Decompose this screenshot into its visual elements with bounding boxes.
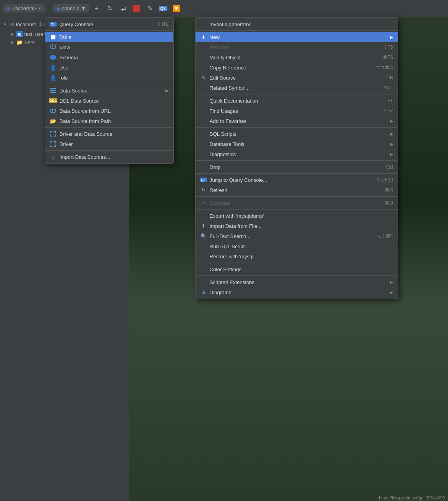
sql-scripts-icon (200, 131, 206, 137)
menu-item-driver[interactable]: Driver (45, 139, 173, 149)
export-icon (200, 213, 206, 219)
jump-icon: QL (200, 177, 206, 183)
query-console-shortcut: ⇧⌘L (149, 21, 169, 27)
export-mysqldump-label: Export with 'mysqldump' (210, 213, 264, 219)
diagrams-icon: ⊞ (200, 289, 206, 295)
menu-item-compare[interactable]: ⇄ Compare ⌘D (196, 198, 398, 208)
modify-label: Modify Object... (210, 55, 245, 60)
menu-item-run-sql[interactable]: Run SQL Script... (196, 241, 398, 251)
menu-item-ddl-data-source[interactable]: DDL DDL Data Source (45, 96, 173, 106)
menu-item-view[interactable]: View (45, 42, 173, 52)
menu-item-import-data-sources[interactable]: ↙ Import Data Sources... (45, 152, 173, 162)
menu-item-diagnostics[interactable]: Diagnostics ▶ (196, 149, 398, 159)
menu-item-color-settings[interactable]: Color Settings... (196, 264, 398, 274)
search-icon: 🔍 (200, 233, 206, 239)
menu-item-table[interactable]: Table (45, 32, 173, 42)
menu-item-driver-and-data-source[interactable]: Driver and Data Source (45, 129, 173, 139)
menu-item-rename[interactable]: Rename... ⇧F6 (196, 42, 398, 52)
new-icon: ＋ (200, 34, 206, 40)
menu-item-diagrams[interactable]: ⊞ Diagrams ▶ (196, 287, 398, 297)
stop-icon (133, 5, 140, 12)
menu-item-mybatis[interactable]: mybatis-generator (196, 19, 398, 29)
menu-item-new[interactable]: ＋ New ▶ (196, 32, 398, 42)
right-divider-6 (196, 196, 398, 197)
ql-button[interactable]: QL (158, 3, 169, 14)
filter-button[interactable]: 🔽 (171, 3, 182, 14)
console-chevron: ▼ (81, 5, 86, 11)
menu-item-add-favorites[interactable]: Add to Favorites ▶ (196, 116, 398, 126)
menu-item-query-console[interactable]: QL Query Console ⇧⌘L (45, 19, 173, 29)
menu-item-database-tools[interactable]: Database Tools ▶ (196, 139, 398, 149)
related-symbol-label: Related Symbol... (210, 85, 250, 91)
test-user-label: test_user (24, 31, 45, 37)
menu-item-edit-source[interactable]: ✎ Edit Source ⌘B (196, 73, 398, 83)
toolbar: 🗄 <schema> ▼ ▣ console ▼ ＋ ↻ ⇄ ✎ QL 🔽 (0, 0, 448, 17)
sql-scripts-arrow: ▶ (390, 131, 393, 137)
menu-item-drop[interactable]: Drop ⌫ (196, 162, 398, 172)
refresh-icon: ↻ (200, 187, 206, 193)
rename-label: Rename... (210, 44, 233, 50)
find-usages-shortcut: ⌥F7 (374, 108, 393, 114)
refresh-button[interactable]: ↻ (105, 3, 116, 14)
menu-item-modify[interactable]: Modify Object... ⌘F6 (196, 52, 398, 62)
ql-menu-icon: QL (50, 21, 56, 27)
menu-item-jump-query[interactable]: QL Jump to Query Console... ⇧⌘F10 (196, 175, 398, 185)
menu-item-schema[interactable]: Schema (45, 52, 173, 62)
menu-item-restore-mysql[interactable]: Restore with 'mysql' (196, 251, 398, 261)
right-divider-5 (196, 173, 398, 174)
diagnostics-arrow: ▶ (390, 152, 393, 157)
menu-item-data-source[interactable]: Data Source ▶ (45, 85, 173, 96)
right-divider-9 (196, 275, 398, 276)
schema-selector[interactable]: 🗄 <schema> ▼ (3, 4, 45, 12)
add-button[interactable]: ＋ (91, 3, 102, 14)
menu-item-quick-doc[interactable]: Quick Documentation F1 (196, 96, 398, 106)
menu-item-import-file[interactable]: ⬆ Import Data from File... (196, 221, 398, 231)
schema-icon (50, 54, 56, 60)
ddl-data-source-label: DDL Data Source (59, 98, 99, 104)
menu-item-copy-ref[interactable]: Copy Reference ⌥⇧⌘C (196, 62, 398, 73)
menu-item-data-source-url[interactable]: Data Source from URL (45, 106, 173, 116)
menu-item-sql-scripts[interactable]: SQL Scripts ▶ (196, 129, 398, 139)
color-settings-label: Color Settings... (210, 266, 246, 272)
ql-icon: QL (159, 6, 167, 11)
schema-label: <schema> (12, 5, 36, 11)
import-file-icon: ⬆ (200, 223, 206, 229)
menu-item-export-mysqldump[interactable]: Export with 'mysqldump' (196, 211, 398, 221)
sync-button[interactable]: ⇄ (118, 3, 129, 14)
role-icon: 👤 (50, 75, 56, 81)
scripted-extensions-icon (200, 279, 206, 285)
context-menu-left: QL Query Console ⇧⌘L Table View (45, 17, 174, 164)
driver-and-ds-icon (50, 131, 56, 137)
menu-item-scripted-extensions[interactable]: Scripted Extensions ▶ (196, 277, 398, 287)
menu-item-related-symbol[interactable]: Related Symbol... ^⌘↑ (196, 83, 398, 93)
db-icon-2: ⊞ (16, 31, 23, 37)
diagnostics-icon (200, 151, 206, 157)
new-label: New (210, 34, 220, 40)
import-data-sources-label: Import Data Sources... (59, 154, 110, 160)
menu-item-data-source-path[interactable]: 📂 Data Source from Path (45, 116, 173, 126)
rename-icon (200, 44, 206, 50)
compare-shortcut: ⌘D (377, 200, 393, 206)
menu-item-role[interactable]: 👤 role (45, 73, 173, 83)
menu-item-refresh[interactable]: ↻ Refresh ⌘R (196, 185, 398, 195)
find-usages-label: Find Usages (210, 108, 238, 114)
menu-item-find-usages[interactable]: Find Usages ⌥F7 (196, 106, 398, 116)
compare-icon: ⇄ (200, 200, 206, 206)
right-divider-3 (196, 127, 398, 128)
stop-button[interactable] (131, 3, 142, 14)
favorites-icon (200, 118, 206, 124)
console-selector[interactable]: ▣ console ▼ (53, 4, 89, 12)
menu-item-user[interactable]: 👤 User (45, 62, 173, 73)
menu-item-full-text-search[interactable]: 🔍 Full-Text Search... ⌥⇧⌘F (196, 231, 398, 241)
edit-button[interactable]: ✎ (144, 3, 155, 14)
full-text-search-label: Full-Text Search... (210, 233, 251, 239)
schema-label-menu: Schema (59, 55, 78, 60)
user-label: User (59, 65, 70, 71)
database-tools-label: Database Tools (210, 141, 244, 147)
role-label: role (59, 75, 68, 81)
driver-icon (50, 141, 56, 147)
view-icon (50, 44, 56, 50)
user-icon: 👤 (50, 64, 56, 71)
scripted-extensions-arrow: ▶ (390, 280, 393, 285)
edit-source-label: Edit Source (210, 75, 236, 81)
